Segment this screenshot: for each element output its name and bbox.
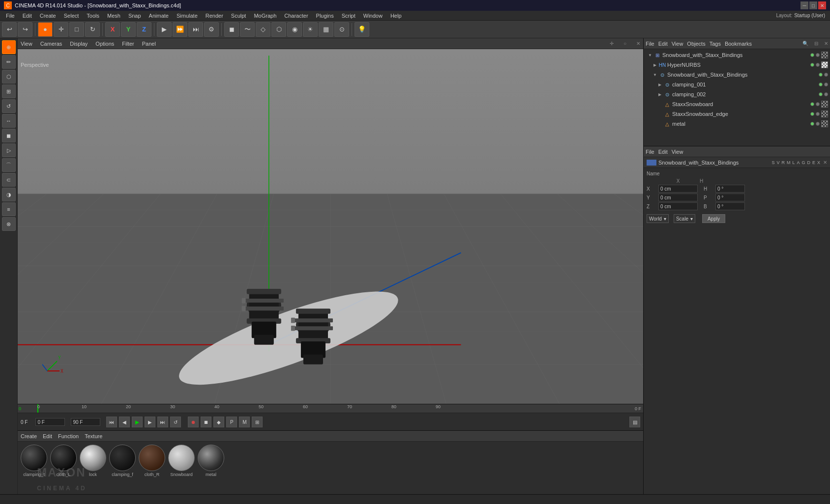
minimize-button[interactable]: ─	[800, 1, 808, 9]
obj-filter-icon[interactable]: ⊟	[814, 41, 818, 46]
apply-button[interactable]: Apply	[702, 214, 725, 223]
joint-tool[interactable]: ⊂	[2, 173, 16, 187]
menu-edit[interactable]: Edit	[19, 12, 36, 20]
menu-render[interactable]: Render	[202, 12, 227, 20]
menu-mesh[interactable]: Mesh	[103, 12, 124, 20]
material-item-3[interactable]: clamping_f	[109, 445, 136, 477]
cube-button[interactable]: ◼	[224, 22, 239, 37]
menu-animate[interactable]: Animate	[145, 12, 173, 20]
vp-menu-filter[interactable]: Filter	[122, 41, 134, 47]
obj-row-root[interactable]: ▼ ⊞ Snowboard_with_Staxx_Bindings	[644, 50, 830, 60]
scale-tool[interactable]: ↔	[2, 114, 16, 128]
dot-green-c001[interactable]	[819, 83, 823, 86]
obj-row-hypernurbs[interactable]: ▶ HN HyperNURBS	[644, 60, 830, 70]
paint-tool[interactable]: ✏	[2, 55, 16, 69]
bend-tool[interactable]: ⌒	[2, 158, 16, 172]
play-button[interactable]: ▶	[132, 417, 143, 427]
obj-row-clamping002[interactable]: ▶ ⊙ clamping_002	[644, 89, 830, 99]
frame-input[interactable]: 0 F	[35, 418, 65, 426]
menu-script[interactable]: Script	[338, 12, 359, 20]
timeline-ruler[interactable]: 0 0 10 20 30 40 50 60 70 80 90 0 F	[18, 404, 643, 413]
obj-menu-objects[interactable]: Objects	[687, 41, 705, 47]
input-z-pos[interactable]	[658, 202, 698, 210]
move-button[interactable]: ✛	[54, 22, 68, 37]
mat-menu-function[interactable]: Function	[58, 433, 79, 439]
menu-help[interactable]: Help	[386, 12, 406, 20]
attr-menu-edit[interactable]: Edit	[658, 149, 668, 155]
render-settings-button[interactable]: ⚙	[204, 22, 219, 37]
input-y-rot[interactable]	[715, 194, 745, 201]
input-x-rot[interactable]	[715, 185, 745, 193]
render-region-button[interactable]: ▶	[157, 22, 172, 37]
expand-hypernurbs[interactable]: ▶	[652, 62, 657, 67]
obj-close-icon[interactable]: ✕	[824, 41, 828, 46]
layer-tool[interactable]: ≡	[2, 202, 16, 216]
expand-null[interactable]: ▼	[652, 72, 657, 77]
obj-row-null[interactable]: ▼ ⊙ Snowboard_with_Staxx_Bindings	[644, 70, 830, 80]
menu-character[interactable]: Character	[280, 12, 312, 20]
expand-clamping001[interactable]: ▶	[657, 82, 662, 87]
next-frame-button[interactable]: ▶	[145, 417, 155, 427]
dot-2-c001[interactable]	[824, 83, 828, 86]
menu-window[interactable]: Window	[359, 12, 386, 20]
dot-2-staxx[interactable]	[816, 102, 820, 106]
dot-2-hn[interactable]	[816, 63, 820, 67]
scale-dropdown[interactable]: Scale ▾	[674, 214, 695, 223]
selection-tool[interactable]: ⬡	[2, 70, 16, 84]
mat-menu-edit[interactable]: Edit	[43, 433, 52, 439]
motion2-button[interactable]: M	[239, 417, 250, 427]
dot-green-null[interactable]	[819, 73, 823, 77]
rotate-button[interactable]: ↻	[85, 22, 100, 37]
light-icon-button[interactable]: 💡	[355, 22, 369, 37]
obj-menu-bookmarks[interactable]: Bookmarks	[725, 41, 752, 47]
loop-button[interactable]: ↺	[170, 417, 181, 427]
expand-root[interactable]: ▼	[648, 53, 652, 57]
dot-green-se[interactable]	[810, 112, 814, 116]
deformer-button[interactable]: ⬡	[271, 22, 286, 37]
obj-row-clamping001[interactable]: ▶ ⊙ clamping_001	[644, 80, 830, 89]
render-all-button[interactable]: ⏭	[188, 22, 203, 37]
dot-2-se[interactable]	[816, 112, 820, 116]
menu-file[interactable]: File	[2, 12, 19, 20]
attr-menu-view[interactable]: View	[672, 149, 683, 155]
settings2-button[interactable]: ⊞	[252, 417, 263, 427]
menu-simulate[interactable]: Simulate	[173, 12, 202, 20]
render-button[interactable]: ⏩	[173, 22, 187, 37]
stop-button[interactable]: ⏹	[201, 417, 211, 427]
vp-menu-display[interactable]: Display	[70, 41, 88, 47]
world-dropdown[interactable]: World ▾	[647, 214, 669, 223]
z-axis-button[interactable]: Z	[137, 22, 151, 37]
model-mode-button[interactable]: ●	[38, 22, 53, 37]
dot-green-hn[interactable]	[810, 63, 814, 67]
menu-create[interactable]: Create	[36, 12, 60, 20]
menu-mograph[interactable]: MoGraph	[250, 12, 280, 20]
obj-menu-tags[interactable]: Tags	[710, 41, 721, 47]
obj-row-staxx-edge[interactable]: △ StaxxSnowboard_edge	[644, 109, 830, 119]
smooth-tool[interactable]: ◑	[2, 188, 16, 201]
attr-menu-file[interactable]: File	[646, 149, 654, 155]
dot-green-c002[interactable]	[819, 92, 823, 96]
x-axis-button[interactable]: X	[105, 22, 120, 37]
menu-select[interactable]: Select	[60, 12, 83, 20]
motion-button[interactable]: P	[226, 417, 237, 427]
input-y-pos[interactable]	[658, 194, 698, 201]
spline-button[interactable]: 〜	[240, 22, 255, 37]
expand-staxx-edge[interactable]	[657, 112, 662, 116]
lasso-tool[interactable]: ⊞	[2, 84, 16, 98]
vp-menu-options[interactable]: Options	[95, 41, 114, 47]
dot-2-c002[interactable]	[824, 92, 828, 96]
vp-menu-panel[interactable]: Panel	[142, 41, 156, 47]
mat-menu-create[interactable]: Create	[21, 433, 37, 439]
expand-clamping002[interactable]: ▶	[657, 92, 662, 97]
viewport[interactable]: View Cameras Display Options Filter Pane…	[18, 38, 643, 404]
expand-staxx[interactable]	[657, 102, 662, 107]
maximize-button[interactable]: □	[809, 1, 817, 9]
rotate-tool[interactable]: ↺	[2, 99, 16, 113]
move-tool[interactable]: ⊕	[2, 40, 16, 54]
obj-row-staxx[interactable]: △ StaxxSnowboard	[644, 99, 830, 109]
expand-metal[interactable]	[657, 121, 662, 126]
light-button[interactable]: ☀	[303, 22, 318, 37]
mat-menu-texture[interactable]: Texture	[85, 433, 102, 439]
object-button[interactable]: □	[69, 22, 84, 37]
record-button[interactable]: ⏺	[188, 417, 199, 427]
